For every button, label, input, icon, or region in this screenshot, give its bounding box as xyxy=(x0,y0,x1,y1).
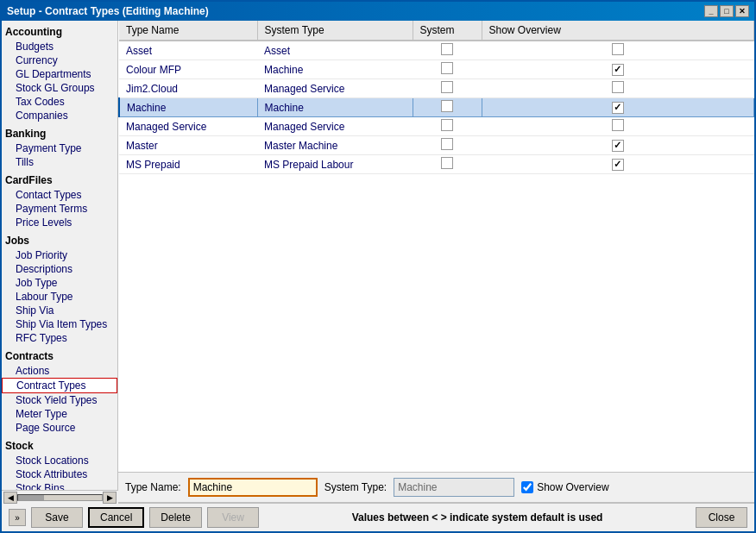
cell-system-type: MS Prepaid Labour xyxy=(257,155,413,174)
cell-system xyxy=(413,41,482,60)
sidebar[interactable]: Accounting Budgets Currency GL Departmen… xyxy=(2,21,118,502)
scroll-thumb[interactable] xyxy=(18,495,44,500)
cell-type-name: Asset xyxy=(119,41,257,60)
sidebar-item-labour-type[interactable]: Labour Type xyxy=(2,290,117,304)
nav-arrow-left[interactable]: » xyxy=(9,509,26,526)
table-row[interactable]: MasterMaster Machine xyxy=(119,136,754,155)
sidebar-section-cardfiles: CardFiles Contact Types Payment Terms Pr… xyxy=(2,171,117,231)
cell-show-overview xyxy=(482,136,754,155)
sidebar-scrollbar[interactable]: ◀ ▶ xyxy=(2,490,118,504)
cell-system-type: Managed Service xyxy=(257,79,413,98)
table-header-row: Type Name System Type System Show Overvi… xyxy=(119,21,754,41)
cell-system-type: Managed Service xyxy=(257,117,413,136)
cell-type-name: Jim2.Cloud xyxy=(119,79,257,98)
bottom-buttons-left: » Save Cancel Delete View xyxy=(9,507,259,528)
cell-show-overview xyxy=(482,79,754,98)
sidebar-group-jobs[interactable]: Jobs xyxy=(2,233,117,248)
view-button[interactable]: View xyxy=(207,507,259,528)
sidebar-item-price-levels[interactable]: Price Levels xyxy=(2,216,117,229)
scroll-right-btn[interactable]: ▶ xyxy=(103,492,117,504)
maximize-button[interactable]: □ xyxy=(720,5,734,17)
cell-system xyxy=(413,136,482,155)
sidebar-item-job-priority[interactable]: Job Priority xyxy=(2,248,117,262)
bottom-bar: » Save Cancel Delete View Values between… xyxy=(2,502,754,531)
sidebar-group-accounting[interactable]: Accounting xyxy=(2,24,117,40)
cell-show-overview xyxy=(482,98,754,117)
delete-button[interactable]: Delete xyxy=(149,507,202,528)
col-header-system-type: System Type xyxy=(257,21,413,41)
sidebar-item-meter-type[interactable]: Meter Type xyxy=(2,407,117,421)
data-table: Type Name System Type System Show Overvi… xyxy=(118,21,754,174)
sidebar-section-accounting: Accounting Budgets Currency GL Departmen… xyxy=(2,22,117,124)
sidebar-item-tills[interactable]: Tills xyxy=(2,155,117,169)
sidebar-item-contact-types[interactable]: Contact Types xyxy=(2,188,117,202)
table-row[interactable]: Jim2.CloudManaged Service xyxy=(119,79,754,98)
col-header-system: System xyxy=(413,21,482,41)
show-overview-row: Show Overview xyxy=(521,481,608,493)
window-title: Setup - Contract Types (Editing Machine) xyxy=(7,5,209,17)
sidebar-section-jobs: Jobs Job Priority Descriptions Job Type … xyxy=(2,231,117,347)
system-type-input xyxy=(394,478,514,497)
show-overview-label: Show Overview xyxy=(537,481,608,493)
sidebar-item-page-source[interactable]: Page Source xyxy=(2,421,117,435)
sidebar-group-cardfiles[interactable]: CardFiles xyxy=(2,172,117,188)
sidebar-item-payment-type[interactable]: Payment Type xyxy=(2,141,117,155)
table-body: AssetAssetColour MFPMachineJim2.CloudMan… xyxy=(119,41,754,174)
cell-system-type: Master Machine xyxy=(257,136,413,155)
sidebar-section-banking: Banking Payment Type Tills xyxy=(2,124,117,171)
sidebar-item-rfc-types[interactable]: RFC Types xyxy=(2,331,117,345)
scroll-left-btn[interactable]: ◀ xyxy=(3,492,17,504)
cell-system-type: Asset xyxy=(257,41,413,60)
cell-type-name: Managed Service xyxy=(119,117,257,136)
cell-system xyxy=(413,79,482,98)
right-panel: Type Name System Type System Show Overvi… xyxy=(118,21,754,502)
table-row[interactable]: Managed ServiceManaged Service xyxy=(119,117,754,136)
table-row[interactable]: Colour MFPMachine xyxy=(119,60,754,79)
sidebar-item-currency[interactable]: Currency xyxy=(2,53,117,67)
title-bar-buttons: _ □ ✕ xyxy=(704,5,749,17)
table-row[interactable]: AssetAsset xyxy=(119,41,754,60)
title-bar: Setup - Contract Types (Editing Machine)… xyxy=(2,2,754,21)
sidebar-item-gl-departments[interactable]: GL Departments xyxy=(2,67,117,81)
table-row[interactable]: MS PrepaidMS Prepaid Labour xyxy=(119,155,754,174)
sidebar-item-stock-attributes[interactable]: Stock Attributes xyxy=(2,467,117,481)
table-row[interactable]: MachineMachine xyxy=(119,98,754,117)
cell-system xyxy=(413,155,482,174)
col-header-show-overview: Show Overview xyxy=(482,21,754,41)
sidebar-group-banking[interactable]: Banking xyxy=(2,126,117,141)
sidebar-group-contracts[interactable]: Contracts xyxy=(2,348,117,364)
cell-system xyxy=(413,60,482,79)
sidebar-item-ship-via[interactable]: Ship Via xyxy=(2,304,117,317)
sidebar-item-actions[interactable]: Actions xyxy=(2,364,117,378)
system-type-label: System Type: xyxy=(324,481,387,493)
show-overview-checkbox[interactable] xyxy=(521,481,533,493)
minimize-button[interactable]: _ xyxy=(704,5,718,17)
sidebar-item-stock-locations[interactable]: Stock Locations xyxy=(2,454,117,467)
type-name-input[interactable] xyxy=(188,478,318,497)
cell-system-type: Machine xyxy=(257,60,413,79)
col-header-type-name: Type Name xyxy=(119,21,257,41)
sidebar-item-job-type[interactable]: Job Type xyxy=(2,276,117,290)
sidebar-item-companies[interactable]: Companies xyxy=(2,109,117,122)
main-window: Setup - Contract Types (Editing Machine)… xyxy=(0,0,756,533)
sidebar-item-contract-types[interactable]: Contract Types xyxy=(2,378,117,393)
cell-system-type: Machine xyxy=(257,98,413,117)
table-area: Type Name System Type System Show Overvi… xyxy=(118,21,754,472)
sidebar-item-stock-yield-types[interactable]: Stock Yield Types xyxy=(2,393,117,407)
cell-show-overview xyxy=(482,155,754,174)
sidebar-group-stock[interactable]: Stock xyxy=(2,438,117,454)
cancel-button[interactable]: Cancel xyxy=(88,507,144,528)
sidebar-item-budgets[interactable]: Budgets xyxy=(2,40,117,53)
save-button[interactable]: Save xyxy=(31,507,83,528)
cell-system xyxy=(413,117,482,136)
cell-show-overview xyxy=(482,41,754,60)
sidebar-item-stock-gl-groups[interactable]: Stock GL Groups xyxy=(2,81,117,95)
scroll-track[interactable] xyxy=(17,494,103,501)
sidebar-item-payment-terms[interactable]: Payment Terms xyxy=(2,202,117,216)
sidebar-item-ship-via-item-types[interactable]: Ship Via Item Types xyxy=(2,317,117,331)
close-button[interactable]: ✕ xyxy=(735,5,749,17)
close-button-bottom[interactable]: Close xyxy=(696,507,747,528)
sidebar-item-tax-codes[interactable]: Tax Codes xyxy=(2,95,117,109)
sidebar-section-contracts: Contracts Actions Contract Types Stock Y… xyxy=(2,347,117,436)
sidebar-item-descriptions[interactable]: Descriptions xyxy=(2,262,117,276)
